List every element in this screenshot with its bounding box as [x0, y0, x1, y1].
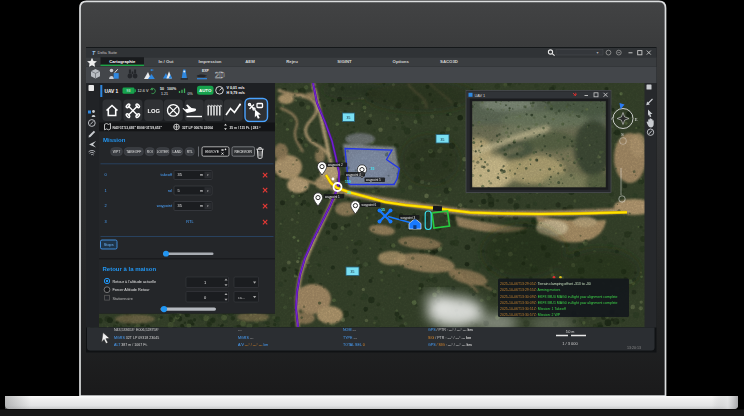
svg-text:TOTAL SEL 0: TOTAL SEL 0 [343, 343, 365, 347]
svg-text:Rejeu: Rejeu [286, 59, 298, 64]
svg-text:ca...: ca... [238, 296, 245, 300]
svg-text:35: 35 [347, 116, 351, 120]
svg-text:3: 3 [105, 219, 107, 224]
svg-text:takeoff: takeoff [160, 172, 173, 177]
svg-text:S: S [621, 132, 624, 137]
svg-text:N43,533653° E006,528758°: N43,533653° E006,528758° [114, 328, 159, 332]
svg-text:0%: 0% [188, 92, 194, 96]
svg-text:H 9,79 m/s: H 9,79 m/s [227, 91, 245, 95]
svg-text:13:20:13: 13:20:13 [627, 346, 641, 350]
svg-text:SACO3D: SACO3D [440, 59, 458, 64]
svg-text:35: 35 [381, 208, 385, 212]
svg-text:150: 150 [345, 180, 351, 184]
svg-text:MGRS ---: MGRS --- [238, 336, 254, 340]
svg-text:Stationnaire: Stationnaire [113, 297, 133, 301]
svg-text:50 100%: 50 100% [160, 87, 177, 91]
svg-text:EXP: EXP [202, 69, 210, 73]
svg-text:ALT 387 m / 1067 Ft.: ALT 387 m / 1067 Ft. [114, 343, 147, 347]
svg-text:waypoint 3: waypoint 3 [401, 216, 416, 220]
svg-text:RECEVOIR: RECEVOIR [235, 150, 253, 154]
svg-text:waypoint 4: waypoint 4 [346, 173, 361, 177]
svg-text:2025-10-06T13:30:51Z: Mission:: 2025-10-06T13:30:51Z: Mission: 1 Takeoff [500, 307, 566, 311]
svg-text:E: E [635, 117, 638, 122]
svg-text:AUTO: AUTO [199, 88, 212, 93]
svg-text:35: 35 [178, 203, 182, 208]
svg-text:waypoint: waypoint [157, 203, 173, 208]
svg-text:Retour à la maison: Retour à la maison [103, 266, 157, 272]
svg-text:WPT: WPT [113, 150, 120, 154]
svg-text:SIGINT: SIGINT [337, 59, 352, 64]
svg-text:waypoint 6: waypoint 6 [362, 203, 377, 207]
svg-text:RTL: RTL [186, 219, 194, 224]
svg-text:✕: ✕ [262, 186, 269, 195]
svg-text:V 0,01 m/s: V 0,01 m/s [227, 86, 245, 90]
svg-text:35: 35 [347, 191, 351, 195]
svg-text:MGRS 32T LP 09318 23045: MGRS 32T LP 09318 23045 [114, 336, 159, 340]
svg-text:12.6 V: 12.6 V [138, 89, 149, 93]
svg-text:Forcer Altitude Retour: Forcer Altitude Retour [113, 288, 151, 292]
svg-text:TAKEOFF: TAKEOFF [126, 150, 141, 154]
svg-text:2025-10-06T13:29:05Z: Terrain: 2025-10-06T13:29:05Z: Terrain clamping o… [500, 282, 591, 286]
svg-text:35: 35 [441, 138, 445, 142]
svg-text:Stops: Stops [104, 243, 114, 247]
svg-text:32T LP 00676 22004: 32T LP 00676 22004 [182, 126, 213, 130]
svg-text:2025-10-06T13:30:57Z: Mission:: 2025-10-06T13:30:57Z: Mission: 2 WP [500, 313, 561, 317]
svg-text:SIG / PTR : ---° / ---° --- km: SIG / PTR : ---° / ---° --- km [428, 336, 471, 340]
svg-text:GPS / SIG : ---° / ---° --- km: GPS / SIG : ---° / ---° --- km [428, 343, 472, 347]
svg-text:Impression: Impression [199, 59, 222, 64]
svg-text:AEM: AEM [245, 59, 255, 64]
svg-text:93: 93 [127, 89, 131, 93]
svg-text:ROI: ROI [147, 150, 153, 154]
svg-text:waypoint 5: waypoint 5 [366, 178, 381, 182]
svg-text:✕: ✕ [262, 202, 269, 211]
svg-text:LAND: LAND [173, 150, 182, 154]
svg-text:LOITER: LOITER [157, 150, 170, 154]
svg-text:1 / 3 000: 1 / 3 000 [562, 341, 578, 346]
svg-text:m: m [200, 172, 203, 177]
svg-text:UAV 1: UAV 1 [475, 94, 486, 98]
svg-text:35: 35 [371, 167, 375, 171]
svg-text:Options: Options [393, 59, 410, 64]
svg-text:UAV 1: UAV 1 [105, 89, 119, 94]
svg-text:m: m [200, 203, 203, 208]
svg-text:rol: rol [168, 188, 172, 193]
svg-text:TYPE ---: TYPE --- [343, 336, 358, 340]
svg-text:2025-10-06T13:29:55Z: Arming m: 2025-10-06T13:29:55Z: Arming motors [500, 288, 561, 292]
svg-text:1: 1 [105, 188, 107, 193]
svg-text:Delta Suite: Delta Suite [98, 50, 118, 55]
svg-text:Mission: Mission [103, 137, 126, 143]
svg-text:RTL: RTL [187, 150, 193, 154]
svg-text:✕: ✕ [262, 171, 269, 180]
svg-text:1.21: 1.21 [161, 92, 168, 96]
svg-text:N43°31'53,693" E006°31'59,653: N43°31'53,693" E006°31'59,653" [113, 126, 163, 130]
svg-text:2025-10-06T13:30:09Z: EKF3 IMU: 2025-10-06T13:30:09Z: EKF3 IMU1 MAG0 in-… [500, 301, 618, 305]
svg-text:ENVOYE: ENVOYE [205, 150, 220, 154]
svg-text:35 m / 115 Ft. | 283 °: 35 m / 115 Ft. | 283 ° [230, 126, 262, 130]
svg-text:5: 5 [178, 188, 180, 193]
svg-text:NOM ---: NOM --- [343, 328, 357, 332]
svg-text:35: 35 [178, 172, 182, 177]
svg-text:2D: 2D [215, 71, 225, 80]
svg-text:In / Out: In / Out [159, 59, 174, 64]
svg-text:GPS / PTR : ---° / ---° --- km: GPS / PTR : ---° / ---° --- km [428, 328, 473, 332]
svg-text:✕: ✕ [262, 218, 269, 227]
svg-text:waypoint 2: waypoint 2 [328, 163, 343, 167]
svg-text:▾: ▾ [597, 50, 599, 55]
svg-text:5.0 m: 5.0 m [566, 330, 575, 334]
svg-text:2: 2 [105, 203, 107, 208]
svg-text:A/V ---° / ---° --- km: A/V ---° / ---° --- km [238, 343, 268, 347]
svg-text:Retour à l'altitude actuelle: Retour à l'altitude actuelle [113, 280, 157, 284]
svg-text:2025-10-06T13:30:09Z: EKF3 IMU: 2025-10-06T13:30:09Z: EKF3 IMU0 MAG0 in-… [500, 295, 618, 299]
svg-text:35: 35 [351, 270, 355, 274]
svg-text:LOG: LOG [147, 108, 160, 114]
svg-text:waypoint 1: waypoint 1 [325, 195, 340, 199]
svg-text:Cartographie: Cartographie [109, 59, 136, 64]
svg-text:m: m [200, 188, 203, 193]
